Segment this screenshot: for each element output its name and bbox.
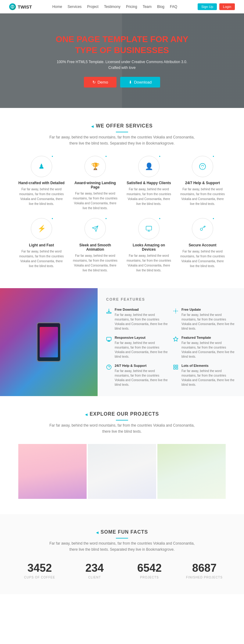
services-title: WE OFFER SERVICES bbox=[18, 123, 226, 129]
services-subtitle: Far far away, behind the word mountains,… bbox=[18, 134, 226, 147]
service-icon-bolt: ⚡ bbox=[31, 218, 52, 239]
feature-title: Free Update bbox=[181, 308, 235, 311]
nav-team[interactable]: Team bbox=[143, 5, 152, 9]
elements-feature-icon bbox=[173, 364, 178, 387]
features-title: CORE FEATURES bbox=[106, 297, 235, 302]
nav-testimony[interactable]: Testimony bbox=[104, 5, 120, 9]
hero-subtitle: 100% Free HTML5 Template. Licensed under… bbox=[56, 59, 188, 71]
feature-title: Lots of Elements bbox=[181, 364, 235, 367]
demo-button[interactable]: ↻ Demo bbox=[84, 77, 117, 88]
refresh-icon: ↻ bbox=[92, 80, 96, 84]
feature-item: Responsive Layout Far far away, behind t… bbox=[106, 336, 168, 359]
hero-buttons: ↻ Demo ⬇ Download bbox=[56, 77, 188, 88]
service-desc: Far far away, behind the word mountains,… bbox=[72, 253, 118, 273]
services-divider bbox=[116, 132, 128, 132]
signup-button[interactable]: Sign Up bbox=[198, 3, 217, 10]
services-grid: ♟ Hand-crafted with Detailed Far far awa… bbox=[18, 156, 226, 273]
nav-faq[interactable]: FAQ bbox=[170, 5, 177, 9]
fact-label: CLIENT bbox=[67, 576, 122, 579]
feature-desc: Far far away, behind the word mountains,… bbox=[115, 341, 168, 359]
hero-title: ONE PAGE TEMPLATE FOR ANY TYPE OF BUSINE… bbox=[56, 34, 188, 56]
facts-grid: 3452 CUPS OF COFFEE 234 CLIENT 6542 PROJ… bbox=[12, 562, 232, 579]
feature-text: 24/7 Help & Support Far far away, behind… bbox=[115, 364, 168, 387]
svg-rect-4 bbox=[146, 226, 152, 230]
nav-services[interactable]: Services bbox=[68, 5, 82, 9]
logo-icon bbox=[9, 3, 16, 10]
feature-text: Lots of Elements Far far away, behind th… bbox=[181, 364, 235, 387]
logo-text: TWIST bbox=[18, 4, 32, 9]
download-feature-icon bbox=[106, 308, 112, 331]
update-feature-icon bbox=[173, 308, 178, 331]
feature-item: Lots of Elements Far far away, behind th… bbox=[173, 364, 235, 387]
feature-item: Free Update Far far away, behind the wor… bbox=[173, 308, 235, 331]
service-desc: Far far away, behind the word mountains,… bbox=[18, 249, 65, 269]
svg-rect-16 bbox=[176, 365, 178, 367]
service-desc: Far far away, behind the word mountains,… bbox=[18, 187, 65, 206]
feature-item: 24/7 Help & Support Far far away, behind… bbox=[106, 364, 168, 387]
svg-rect-10 bbox=[107, 337, 111, 341]
project-item-3[interactable] bbox=[157, 444, 226, 499]
nav-blog[interactable]: Blog bbox=[157, 5, 164, 9]
hero-content: ONE PAGE TEMPLATE FOR ANY TYPE OF BUSINE… bbox=[56, 34, 188, 88]
fact-client: 234 CLIENT bbox=[67, 562, 122, 579]
fact-label: FINISHED PROJECTS bbox=[177, 576, 232, 579]
svg-rect-8 bbox=[107, 312, 111, 313]
feature-desc: Far far away, behind the word mountains,… bbox=[115, 313, 168, 331]
fact-label: CUPS OF COFFEE bbox=[12, 576, 67, 579]
service-icon-paper-plane bbox=[84, 218, 106, 239]
feature-text: Free Download Far far away, behind the w… bbox=[115, 308, 168, 331]
service-item: 👤 Satisfied & Happy Clients Far far away… bbox=[126, 156, 172, 211]
feature-title: Responsive Layout bbox=[115, 336, 168, 339]
projects-section: EXPLORE OUR PROJECTS Far far away, behin… bbox=[0, 396, 244, 514]
login-button[interactable]: Login bbox=[219, 3, 235, 10]
nav-home[interactable]: Home bbox=[52, 5, 62, 9]
svg-rect-17 bbox=[174, 367, 175, 369]
features-grid: Free Download Far far away, behind the w… bbox=[106, 308, 235, 387]
download-icon: ⬇ bbox=[129, 80, 132, 84]
project-item-2[interactable] bbox=[88, 444, 156, 499]
service-desc: Far far away, behind the word mountains,… bbox=[126, 253, 172, 273]
facts-divider bbox=[116, 538, 128, 538]
features-content: CORE FEATURES Free Download Far far away… bbox=[98, 288, 244, 396]
svg-point-9 bbox=[175, 310, 176, 311]
feature-title: Featured Template bbox=[181, 336, 235, 339]
feature-desc: Far far away, behind the word mountains,… bbox=[181, 341, 235, 359]
facts-header: SOME FUN FACTS bbox=[12, 529, 232, 535]
fact-number: 6542 bbox=[122, 562, 177, 574]
download-button[interactable]: ⬇ Download bbox=[120, 77, 160, 88]
service-icon-support bbox=[192, 156, 213, 177]
facts-subtitle: Far far away, behind the word mountains,… bbox=[12, 540, 232, 553]
services-header: WE OFFER SERVICES bbox=[18, 123, 226, 129]
service-title: 24/7 Help & Support bbox=[179, 181, 226, 185]
service-title: Satisfied & Happy Clients bbox=[126, 181, 172, 185]
nav-buttons: Sign Up Login bbox=[198, 3, 235, 10]
features-image bbox=[0, 288, 98, 396]
facts-title: SOME FUN FACTS bbox=[12, 529, 232, 535]
feature-text: Responsive Layout Far far away, behind t… bbox=[115, 336, 168, 359]
service-icon-trophy: 🏆 bbox=[84, 156, 106, 177]
projects-divider bbox=[116, 420, 128, 420]
facts-section: SOME FUN FACTS Far far away, behind the … bbox=[0, 514, 244, 595]
service-icon-key bbox=[192, 218, 213, 239]
fact-number: 3452 bbox=[12, 562, 67, 574]
feature-title: Free Download bbox=[115, 308, 168, 311]
projects-title: EXPLORE OUR PROJECTS bbox=[18, 411, 226, 417]
help-feature-icon bbox=[106, 364, 112, 387]
service-item: 24/7 Help & Support Far far away, behind… bbox=[179, 156, 226, 211]
svg-rect-15 bbox=[174, 365, 175, 367]
svg-rect-18 bbox=[176, 367, 178, 369]
feature-title: 24/7 Help & Support bbox=[115, 364, 168, 367]
feature-item: Featured Template Far far away, behind t… bbox=[173, 336, 235, 359]
nav-pricing[interactable]: Pricing bbox=[126, 5, 137, 9]
feature-text: Free Update Far far away, behind the wor… bbox=[181, 308, 235, 331]
service-desc: Far far away, behind the word mountains,… bbox=[126, 187, 172, 206]
nav-project[interactable]: Project bbox=[87, 5, 99, 9]
fact-projects: 6542 PROJECTS bbox=[122, 562, 177, 579]
services-section: WE OFFER SERVICES Far far away, behind t… bbox=[0, 108, 244, 288]
service-title: Sleek and Smooth Animation bbox=[72, 243, 118, 252]
service-desc: Far far away, behind the word mountains,… bbox=[179, 187, 226, 206]
service-title: Secure Account bbox=[179, 243, 226, 247]
service-desc: Far far away, behind the word mountains,… bbox=[179, 249, 226, 269]
svg-point-7 bbox=[200, 228, 203, 230]
project-item-1[interactable] bbox=[18, 444, 87, 499]
